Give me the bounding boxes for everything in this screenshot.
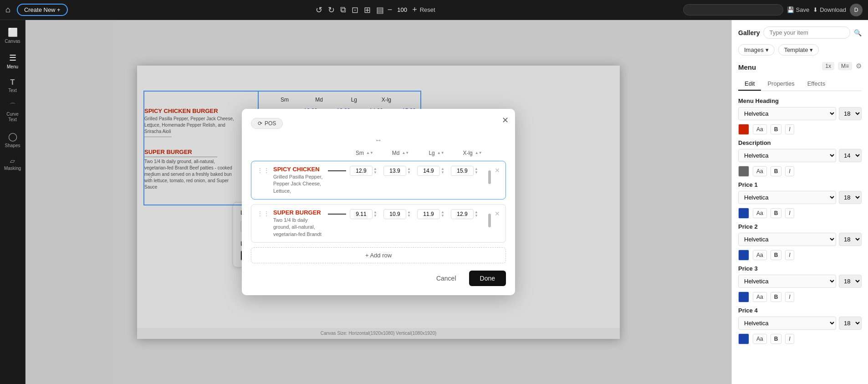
tab-edit[interactable]: Edit [738,77,761,91]
price4-bold-btn[interactable]: B [771,334,782,344]
home-icon[interactable]: ⌂ [5,5,10,15]
save-button[interactable]: 💾 Save [787,6,810,13]
md-arrows-1[interactable]: ▲▼ [407,167,411,174]
lg-spin[interactable]: ▲▼ [437,151,444,155]
price2-color-swatch[interactable] [738,250,749,261]
template-button[interactable]: Template ▾ [778,44,819,56]
description-italic-btn[interactable]: I [785,166,794,176]
price2-bold-btn[interactable]: B [771,250,782,260]
sm-price-input-1[interactable] [350,166,373,176]
tab-effects[interactable]: Effects [801,77,832,91]
panel-menu-title: Menu [738,63,756,71]
md-arrows-2[interactable]: ▲▼ [407,210,411,218]
price4-aa-btn[interactable]: Aa [753,334,767,344]
add-row-button[interactable]: + Add row [251,247,506,263]
sm-price-input-2[interactable] [350,209,373,219]
drag-handle-2[interactable]: ⋮⋮ [257,209,270,217]
sm-arrows-2[interactable]: ▲▼ [373,210,377,218]
text-icon: T [10,78,15,87]
md-price-input-1[interactable] [383,166,406,176]
price1-size-select[interactable]: 18 [839,191,862,204]
search-input[interactable] [683,4,783,15]
price2-italic-btn[interactable]: I [785,250,794,260]
cancel-button[interactable]: Cancel [429,271,464,286]
menu-heading-size-select[interactable]: 18 [839,107,862,120]
sm-arrows-1[interactable]: ▲▼ [373,167,377,174]
delete-item-2[interactable]: ✕ [495,209,500,217]
lg-price-input-2[interactable] [417,209,440,219]
price3-font-select[interactable]: Helvetica [738,275,836,288]
modal-item-row-1[interactable]: ⋮⋮ SPICY CHICKEN Grilled Pasilla Pepper,… [251,161,506,200]
done-button[interactable]: Done [469,271,506,286]
price3-italic-btn[interactable]: I [785,292,794,302]
lg-arrows-2[interactable]: ▲▼ [441,210,444,218]
menu-heading-font-select[interactable]: Helvetica [738,107,836,120]
price1-aa-btn[interactable]: Aa [753,208,767,218]
price4-color-swatch[interactable] [738,333,749,344]
grid-icon[interactable]: ⊞ [364,5,371,15]
price3-color-swatch[interactable] [738,292,749,302]
md-spin[interactable]: ▲▼ [402,151,409,155]
duplicate-icon[interactable]: ⊡ [352,5,358,15]
tab-properties[interactable]: Properties [761,77,801,91]
price2-font-select[interactable]: Helvetica [738,233,836,246]
description-font-select[interactable]: Helvetica [738,149,836,162]
images-button[interactable]: Images ▾ [738,44,775,56]
sidebar-item-shapes[interactable]: ◯ Shapes [1,128,24,152]
xlg-arrows-2[interactable]: ▲▼ [475,210,478,218]
md-price-input-2[interactable] [383,209,406,219]
price3-size-select[interactable]: 18 [839,275,862,288]
download-button[interactable]: ⬇ Download [813,6,846,13]
xlg-arrows-1[interactable]: ▲▼ [475,167,478,174]
list-icon[interactable]: ▤ [376,5,384,15]
menu-icon: ☰ [9,53,16,63]
price3-aa-btn[interactable]: Aa [753,292,767,302]
xlg-spin[interactable]: ▲▼ [475,151,482,155]
sidebar-item-curve-text[interactable]: ⌒ Curve Text [1,98,24,126]
price2-aa-btn[interactable]: Aa [753,250,767,260]
create-new-button[interactable]: Create New + [17,4,68,16]
description-section: Description Helvetica 14 Aa B I [738,139,862,177]
price4-size-select[interactable]: 18 [839,317,862,330]
price1-bold-btn[interactable]: B [771,208,782,218]
price1-color-swatch[interactable] [738,208,749,219]
modal-close-button[interactable]: ✕ [502,115,509,125]
delete-item-1[interactable]: ✕ [495,166,500,174]
xlg-price-input-1[interactable] [451,166,474,176]
gear-icon[interactable]: ⚙ [856,62,862,70]
description-bold-btn[interactable]: B [771,166,782,176]
sidebar-item-masking[interactable]: ▱ Masking [1,154,24,174]
menu-heading-bold-btn[interactable]: B [771,124,782,134]
menu-heading-italic-btn[interactable]: I [785,124,794,134]
sidebar-item-menu[interactable]: ☰ Menu [1,49,24,73]
description-color-swatch[interactable] [738,166,749,177]
sm-spin[interactable]: ▲▼ [366,151,373,155]
sidebar-item-canvas[interactable]: ⬜ Canvas [1,24,24,47]
price4-font-select[interactable]: Helvetica [738,317,836,330]
price4-italic-btn[interactable]: I [785,334,794,344]
pos-button[interactable]: ⟳ POS [251,118,283,129]
sidebar-item-text[interactable]: T Text [1,75,24,97]
copy-icon[interactable]: ⧉ [340,5,346,15]
redo-icon[interactable]: ↻ [328,5,335,15]
price3-bold-btn[interactable]: B [771,292,782,302]
description-aa-btn[interactable]: Aa [753,166,767,176]
menu-heading-aa-btn[interactable]: Aa [753,124,767,134]
reset-button[interactable]: Reset [420,6,435,13]
price2-size-select[interactable]: 18 [839,233,862,246]
modal-item-row-2[interactable]: ⋮⋮ SUPER BURGER Two 1/4 lb daily ground,… [251,204,506,243]
price1-italic-btn[interactable]: I [785,208,794,218]
xlg-price-input-2[interactable] [451,209,474,219]
drag-handle-1[interactable]: ⋮⋮ [257,166,270,174]
undo-icon[interactable]: ↺ [316,5,322,15]
price4-section: Price 4 Helvetica 18 Aa B I [738,307,862,344]
gallery-search-input[interactable] [763,26,850,39]
zoom-in-button[interactable]: + [412,5,417,15]
lg-price-input-1[interactable] [417,166,440,176]
menu-heading-color-swatch[interactable] [738,124,749,135]
price1-font-select[interactable]: Helvetica [738,191,836,204]
avatar[interactable]: D [850,4,863,16]
lg-arrows-1[interactable]: ▲▼ [441,167,444,174]
description-size-select[interactable]: 14 [839,149,862,162]
zoom-out-button[interactable]: − [388,5,393,15]
